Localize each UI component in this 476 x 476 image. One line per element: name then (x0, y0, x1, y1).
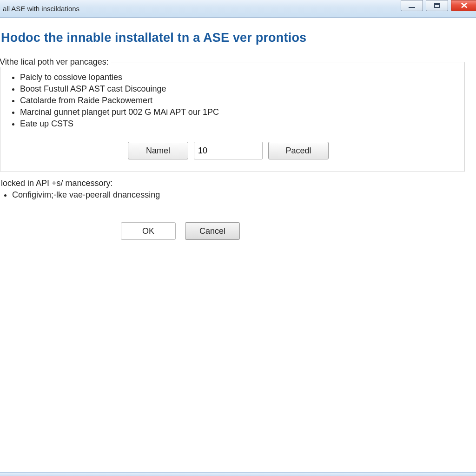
list-item: Configivim;-lke vae-peerall dnancessing (12, 190, 470, 200)
api-group-legend: locked in API +s/ mancessory: (1, 178, 470, 188)
bottom-accent (0, 472, 476, 476)
name-button[interactable]: Namel (128, 142, 188, 159)
list-item: Marcinal gunnet planget purt 002 G MAi A… (20, 107, 458, 117)
api-list: Configivim;-lke vae-peerall dnancessing (0, 190, 470, 200)
list-item: Paicly to cossiove lopanties (20, 73, 458, 82)
list-item: Eate up CSTS (20, 119, 458, 129)
titlebar: all ASE with inscildations ✕ (0, 0, 476, 18)
maximize-button[interactable] (426, 0, 448, 11)
paced-button[interactable]: Pacedl (268, 142, 329, 159)
packages-group-legend: Vithe lical poth ver pancages: (0, 57, 111, 67)
list-item: Boost Fustull ASP AST cast Discouinge (20, 84, 458, 94)
maximize-icon (434, 3, 440, 8)
name-controls-row: Namel Pacedl (128, 142, 458, 159)
minimize-button[interactable] (401, 0, 423, 11)
close-button[interactable]: ✕ (451, 0, 476, 11)
packages-list: Paicly to cossiove lopanties Boost Fustu… (7, 73, 458, 129)
window-controls: ✕ (401, 0, 476, 17)
packages-group: Vithe lical poth ver pancages: Paicly to… (0, 57, 465, 172)
minimize-icon (409, 7, 415, 8)
close-icon: ✕ (460, 1, 468, 10)
window-title: all ASE with inscildations (3, 5, 79, 13)
page-title: Hodoc the innable installatel tn a ASE v… (1, 31, 470, 45)
value-input[interactable] (194, 142, 263, 159)
content-area: Hodoc the innable installatel tn a ASE v… (0, 18, 476, 240)
list-item: Catolarde from Raide Packowemert (20, 96, 458, 106)
cancel-button[interactable]: Cancel (185, 222, 240, 240)
dialog-buttons: OK Cancel (121, 222, 470, 240)
ok-button[interactable]: OK (121, 222, 176, 240)
